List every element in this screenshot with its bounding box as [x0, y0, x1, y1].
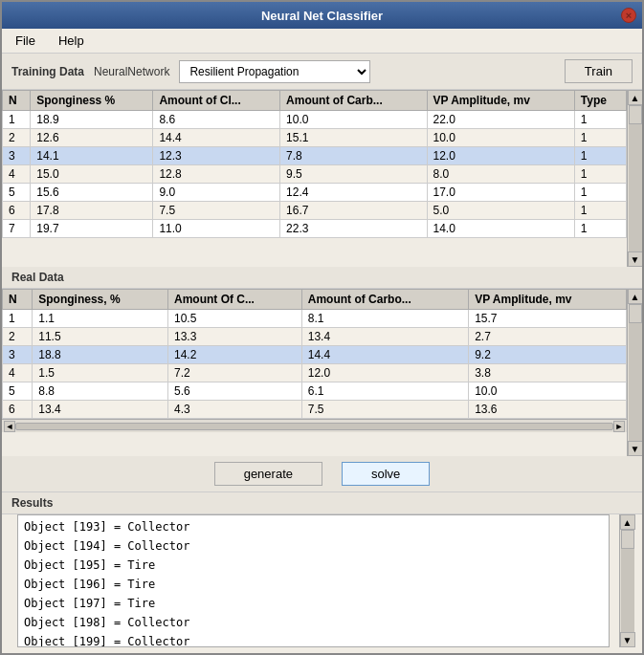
- col-header-sponginess: Sponginess %: [31, 91, 153, 111]
- real-col-sponginess: Sponginess, %: [33, 290, 168, 310]
- solve-button[interactable]: solve: [342, 462, 430, 486]
- real-data-label: Real Data: [2, 267, 642, 289]
- window-title: Neural Net Classifier: [261, 9, 383, 23]
- training-data-section: N Sponginess % Amount of Cl... Amount of…: [2, 90, 642, 267]
- col-header-vp: VP Amplitude, mv: [427, 91, 574, 111]
- table-row[interactable]: 314.112.37.812.01: [3, 147, 627, 165]
- results-vscroll-track[interactable]: [621, 530, 634, 632]
- close-button[interactable]: ×: [621, 8, 636, 23]
- table-row[interactable]: 318.814.214.49.2: [3, 346, 627, 364]
- train-button[interactable]: Train: [565, 59, 633, 83]
- algorithm-dropdown[interactable]: Resilient Propagation Backpropagation Ma…: [179, 60, 370, 83]
- table-row[interactable]: 212.614.415.110.01: [3, 129, 627, 147]
- table-row[interactable]: 211.513.313.42.7: [3, 328, 627, 346]
- results-vscroll-down[interactable]: ▼: [620, 632, 635, 647]
- col-header-carb: Amount of Carb...: [280, 91, 427, 111]
- real-col-cl: Amount Of C...: [167, 290, 301, 310]
- hscroll-left-arrow[interactable]: ◄: [4, 421, 15, 432]
- col-header-n: N: [3, 91, 31, 111]
- results-content: Object [193] = CollectorObject [194] = C…: [17, 514, 610, 647]
- results-label: Results: [2, 491, 642, 514]
- toolbar: Training Data NeuralNetwork Resilient Pr…: [2, 54, 642, 90]
- table-row[interactable]: 613.44.37.513.6: [3, 401, 627, 419]
- list-item: Object [195] = Tire: [22, 556, 605, 575]
- menu-file[interactable]: File: [10, 32, 41, 50]
- real-data-table: N Sponginess, % Amount Of C... Amount of…: [2, 289, 627, 419]
- training-data-label: Training Data: [11, 65, 84, 78]
- action-buttons-row: generate solve: [2, 456, 642, 491]
- generate-button[interactable]: generate: [214, 462, 322, 486]
- menu-bar: File Help: [2, 29, 642, 54]
- hscroll-right-arrow[interactable]: ►: [613, 421, 625, 432]
- list-item: Object [198] = Collector: [22, 613, 605, 632]
- real-vscroll-down-arrow[interactable]: ▼: [628, 441, 643, 456]
- table-row[interactable]: 415.012.89.58.01: [3, 165, 627, 184]
- main-window: Neural Net Classifier × File Help Traini…: [0, 0, 644, 655]
- table-row[interactable]: 617.87.516.75.01: [3, 202, 627, 220]
- list-item: Object [194] = Collector: [22, 536, 605, 556]
- results-vscroll-up[interactable]: ▲: [620, 514, 635, 530]
- real-table-hscrollbar[interactable]: ◄ ►: [2, 419, 627, 432]
- results-vscrollbar[interactable]: ▲ ▼: [619, 514, 634, 647]
- real-col-vp: VP Amplitude, mv: [469, 290, 627, 310]
- neural-network-label: NeuralNetwork: [94, 65, 169, 78]
- table-row[interactable]: 515.69.012.417.01: [3, 184, 627, 202]
- table-row[interactable]: 41.57.212.03.8: [3, 364, 627, 382]
- training-data-table: N Sponginess % Amount of Cl... Amount of…: [2, 90, 627, 238]
- real-vscroll-up-arrow[interactable]: ▲: [628, 289, 643, 304]
- hscroll-track[interactable]: [15, 423, 613, 430]
- list-item: Object [196] = Tire: [22, 575, 605, 594]
- table-row[interactable]: 58.85.66.110.0: [3, 382, 627, 401]
- vscroll-track[interactable]: [629, 105, 642, 251]
- list-item: Object [193] = Collector: [22, 517, 605, 536]
- vscroll-thumb[interactable]: [629, 105, 642, 124]
- title-bar: Neural Net Classifier ×: [2, 2, 642, 29]
- real-col-n: N: [3, 290, 33, 310]
- real-data-section: N Sponginess, % Amount Of C... Amount of…: [2, 289, 642, 456]
- vscroll-down-arrow[interactable]: ▼: [628, 251, 643, 267]
- menu-help[interactable]: Help: [53, 32, 90, 50]
- results-vscroll-thumb[interactable]: [621, 530, 634, 549]
- table-row[interactable]: 118.98.610.022.01: [3, 111, 627, 129]
- real-vscroll-track[interactable]: [629, 304, 642, 441]
- real-vscroll-thumb[interactable]: [629, 304, 642, 323]
- real-table-vscrollbar[interactable]: ▲ ▼: [627, 289, 642, 456]
- col-header-cl: Amount of Cl...: [153, 91, 280, 111]
- table-row[interactable]: 719.711.022.314.01: [3, 220, 627, 238]
- results-section: Results Object [193] = CollectorObject […: [2, 491, 642, 653]
- table-row[interactable]: 11.110.58.115.7: [3, 310, 627, 328]
- list-item: Object [199] = Collector: [22, 632, 605, 647]
- col-header-type: Type: [574, 91, 626, 111]
- training-table-vscrollbar[interactable]: ▲ ▼: [627, 90, 642, 267]
- list-item: Object [197] = Tire: [22, 594, 605, 613]
- vscroll-up-arrow[interactable]: ▲: [628, 90, 643, 105]
- real-col-carb: Amount of Carbo...: [301, 290, 468, 310]
